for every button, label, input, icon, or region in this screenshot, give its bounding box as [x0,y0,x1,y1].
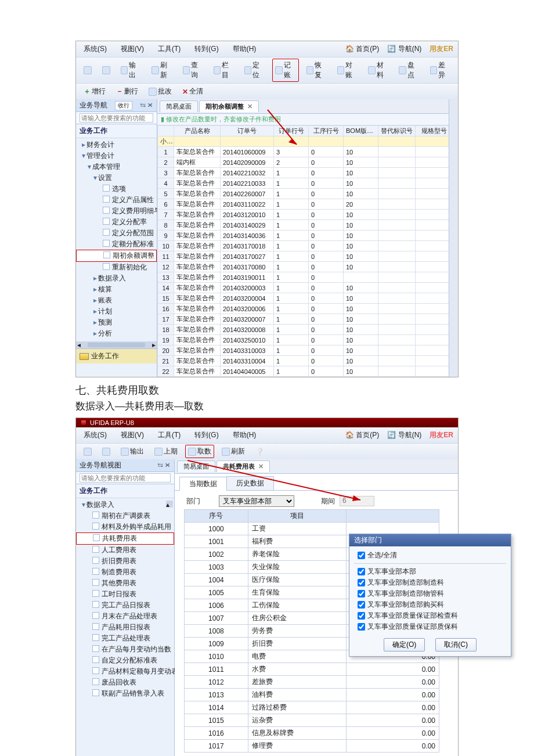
cell-order[interactable]: 201403170018 [221,241,274,251]
cell-item[interactable]: 劳务费 [248,625,347,638]
cell-seq[interactable]: 1013 [185,689,248,701]
cell-orderline[interactable]: 1 [274,189,309,199]
cell-procline[interactable]: 0 [309,241,344,251]
leaf-material-quota-monthly[interactable]: 产品材料定额每月变动表 [76,666,174,677]
tb-batch[interactable]: 批改 [146,85,175,98]
menu-system[interactable]: 系统(S) [81,429,110,442]
table-row[interactable]: 6车架总装合件2014031100221020 [158,199,449,210]
cancel-button[interactable]: 取消(C) [435,638,477,651]
cell-item[interactable]: 养老保险 [248,548,347,561]
cell-procline[interactable]: 0 [309,366,344,377]
tb-new-icon[interactable] [81,446,95,458]
checkbox-all[interactable] [358,552,365,559]
tb-material[interactable]: 材料 [365,59,391,82]
close-icon[interactable]: ✕ [247,103,252,110]
tb-diff[interactable]: 差异 [427,59,453,82]
cell-orderline[interactable]: 1 [274,283,309,293]
leaf-material-consume[interactable]: 材料及外购半成品耗用 [76,521,174,532]
cell-name[interactable]: 车架总装合件 [174,241,221,251]
cell-bom[interactable]: 10 [344,210,378,220]
cell-bom[interactable]: 10 [344,366,378,377]
checkbox[interactable] [358,612,365,620]
cell-seq[interactable]: 1009 [185,638,248,650]
cell-seq[interactable]: 1008 [185,625,248,638]
table-row[interactable]: 18车架总装合件2014032000081010 [158,325,449,335]
cell-item[interactable]: 修理费 [248,740,347,753]
cell-order[interactable]: 201403120010 [221,210,274,220]
cell-name[interactable]: 车架总装合件 [174,251,221,262]
leaf-monthend-wip[interactable]: 月末在产品处理表 [76,611,174,622]
ok-button[interactable]: 确定(O) [384,638,425,651]
cell-orderline[interactable]: 1 [274,231,309,241]
sidebar-footer[interactable]: 业务工作 [76,348,157,363]
cell-procline[interactable]: 0 [309,335,344,345]
cell-item[interactable]: 油料费 [248,689,347,701]
cell-seq[interactable]: 1004 [185,574,248,586]
dept-option[interactable]: 叉车事业部质量保证部质保科 [354,621,506,632]
cell-seq[interactable]: 1006 [185,599,248,612]
cell-bom[interactable]: 10 [344,293,378,304]
leaf-labor-expense[interactable]: 人工费用表 [76,545,174,556]
cell-bom[interactable]: 10 [344,189,378,199]
cell-bom[interactable]: 10 [344,220,378,231]
leaf-options[interactable]: 选项 [76,183,157,195]
cell-order[interactable]: 201404040005 [221,366,274,377]
dept-option[interactable]: 叉车事业部质量保证部检查科 [354,610,506,621]
tree-data-entry[interactable]: ▾数据录入 [76,499,174,510]
cell-procline[interactable]: 0 [309,325,344,335]
cell-orderline[interactable]: 1 [274,314,309,325]
cell-name[interactable]: 车架总装合件 [174,325,221,335]
cell-value[interactable]: 0.00 [347,727,439,740]
tab-balance-adjust[interactable]: 期初余额调整✕ [199,100,259,112]
menu-tools[interactable]: 工具(T) [155,429,183,442]
tab-shared-expense[interactable]: 共耗费用表✕ [217,460,270,472]
cell-name[interactable]: 车架总装合件 [174,366,221,377]
cell-orderline[interactable]: 1 [274,356,309,366]
tb-check[interactable]: 盘点 [396,59,422,82]
menu-goto[interactable]: 转到(G) [192,429,221,442]
cell-value[interactable]: 0.00 [347,701,439,714]
cell-name[interactable]: 车架总装合件 [174,356,221,366]
leaf-finished-daily[interactable]: 完工产品日报表 [76,600,174,611]
cell-bom[interactable]: 10 [344,345,378,356]
leaf-workhour-daily[interactable]: 工时日报表 [76,589,174,600]
tb-clear[interactable]: ✕全清 [179,85,206,98]
tb-open-icon[interactable] [99,446,113,458]
checkbox[interactable] [358,623,365,631]
leaf-manufacturing[interactable]: 制造费用表 [76,567,174,578]
sidebar-hscrollbar[interactable]: ◂▸ [76,341,157,348]
cell-seq[interactable]: 1010 [185,650,248,663]
dept-option[interactable]: 叉车事业部制造部购买科 [354,599,506,610]
cell-value[interactable]: 0.00 [347,663,439,676]
tb-output[interactable]: 输出 [118,445,147,458]
col-rownum[interactable] [158,126,174,136]
cell-orderline[interactable]: 1 [274,199,309,210]
cell-name[interactable]: 车架总装合件 [174,168,221,178]
cell-name[interactable]: 车架总装合件 [174,231,221,241]
cell-orderline[interactable]: 1 [274,325,309,335]
table-row[interactable]: 21车架总装合件2014033100041010 [158,356,449,366]
sidebar-tab[interactable]: 收行 [115,101,132,110]
sidebar-scroll-up[interactable]: ▴ [166,501,173,507]
leaf-reinit[interactable]: 重新初始化 [76,262,157,273]
cell-name[interactable]: 车架总装合件 [174,262,221,272]
tree-plan[interactable]: ▸计划 [76,306,157,317]
cell-seq[interactable]: 1003 [185,561,248,574]
dept-option[interactable]: 叉车事业部制造部制造科 [354,577,506,588]
cell-item[interactable]: 差旅费 [248,676,347,689]
table-row[interactable]: 14车架总装合件2014032000031010 [158,283,449,293]
cell-order[interactable]: 201403170027 [221,251,274,262]
cell-procline[interactable]: 0 [309,210,344,220]
tb-locate[interactable]: 定位 [241,59,268,82]
table-row[interactable]: 12车架总装合件2014031700801010 [158,262,449,272]
cell-bom[interactable]: 10 [344,231,378,241]
table-row[interactable]: 1017修理费0.00 [185,740,439,753]
col-value[interactable] [347,510,439,523]
tree-forecast[interactable]: ▸预测 [76,317,157,328]
leaf-fee-detail[interactable]: 定义费用明细与总账 [76,206,157,217]
tb-help[interactable]: ❔ [252,446,267,458]
cell-procline[interactable]: 0 [309,231,344,241]
table-row[interactable]: 16车架总装合件2014032000061010 [158,304,449,314]
nav-icon[interactable]: 🔄 导航(N) [387,430,421,440]
tb-open-icon[interactable] [99,64,113,76]
